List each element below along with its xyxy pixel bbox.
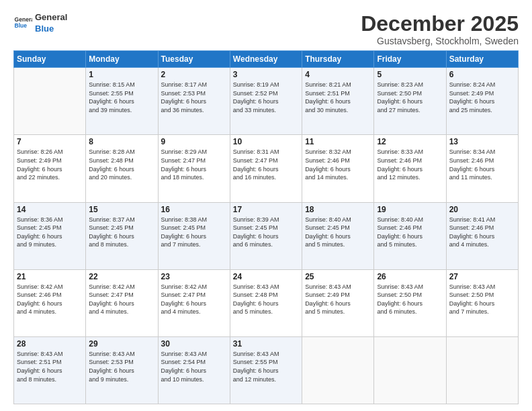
day-number: 18 — [305, 205, 371, 214]
day-number: 23 — [161, 272, 227, 281]
day-info: Sunrise: 8:24 AM Sunset: 2:49 PM Dayligh… — [449, 81, 515, 114]
day-info: Sunrise: 8:17 AM Sunset: 2:53 PM Dayligh… — [161, 81, 227, 114]
day-info: Sunrise: 8:43 AM Sunset: 2:51 PM Dayligh… — [17, 350, 83, 383]
day-number: 24 — [233, 272, 299, 281]
logo-general: General — [35, 12, 67, 24]
calendar-cell: 9Sunrise: 8:29 AM Sunset: 2:47 PM Daylig… — [158, 135, 230, 202]
calendar-cell: 22Sunrise: 8:42 AM Sunset: 2:47 PM Dayli… — [86, 269, 158, 336]
day-info: Sunrise: 8:43 AM Sunset: 2:48 PM Dayligh… — [233, 283, 299, 316]
day-info: Sunrise: 8:43 AM Sunset: 2:55 PM Dayligh… — [233, 350, 299, 383]
calendar-cell: 7Sunrise: 8:26 AM Sunset: 2:49 PM Daylig… — [14, 135, 86, 202]
day-info: Sunrise: 8:43 AM Sunset: 2:53 PM Dayligh… — [89, 350, 154, 383]
day-info: Sunrise: 8:42 AM Sunset: 2:46 PM Dayligh… — [17, 283, 83, 316]
title-block: December 2025 Gustavsberg, Stockholm, Sw… — [361, 12, 519, 46]
day-info: Sunrise: 8:28 AM Sunset: 2:48 PM Dayligh… — [89, 148, 154, 181]
calendar-cell: 23Sunrise: 8:42 AM Sunset: 2:47 PM Dayli… — [158, 269, 230, 336]
calendar-table: SundayMondayTuesdayWednesdayThursdayFrid… — [13, 50, 519, 404]
day-header-friday: Friday — [374, 51, 446, 68]
day-info: Sunrise: 8:32 AM Sunset: 2:46 PM Dayligh… — [305, 148, 371, 181]
calendar-cell: 14Sunrise: 8:36 AM Sunset: 2:45 PM Dayli… — [14, 202, 86, 269]
day-number: 6 — [449, 70, 515, 79]
calendar-header-row: SundayMondayTuesdayWednesdayThursdayFrid… — [14, 51, 519, 68]
calendar-cell: 4Sunrise: 8:21 AM Sunset: 2:51 PM Daylig… — [302, 68, 374, 135]
calendar-cell: 20Sunrise: 8:41 AM Sunset: 2:46 PM Dayli… — [446, 202, 518, 269]
calendar-week-row: 21Sunrise: 8:42 AM Sunset: 2:46 PM Dayli… — [14, 269, 519, 336]
day-header-tuesday: Tuesday — [158, 51, 230, 68]
day-header-monday: Monday — [86, 51, 158, 68]
calendar-cell: 16Sunrise: 8:38 AM Sunset: 2:45 PM Dayli… — [158, 202, 230, 269]
day-number: 11 — [305, 137, 371, 146]
logo: General Blue General Blue — [13, 12, 67, 35]
calendar-cell: 30Sunrise: 8:43 AM Sunset: 2:54 PM Dayli… — [158, 336, 230, 404]
day-info: Sunrise: 8:26 AM Sunset: 2:49 PM Dayligh… — [17, 148, 83, 181]
day-number: 8 — [89, 137, 154, 146]
day-number: 27 — [449, 272, 515, 281]
day-info: Sunrise: 8:42 AM Sunset: 2:47 PM Dayligh… — [89, 283, 154, 316]
day-header-saturday: Saturday — [446, 51, 518, 68]
day-header-wednesday: Wednesday — [230, 51, 302, 68]
day-number: 21 — [17, 272, 83, 281]
calendar-week-row: 14Sunrise: 8:36 AM Sunset: 2:45 PM Dayli… — [14, 202, 519, 269]
calendar-cell: 1Sunrise: 8:15 AM Sunset: 2:55 PM Daylig… — [86, 68, 158, 135]
svg-text:Blue: Blue — [15, 22, 28, 29]
calendar-cell: 28Sunrise: 8:43 AM Sunset: 2:51 PM Dayli… — [14, 336, 86, 404]
calendar-cell: 25Sunrise: 8:43 AM Sunset: 2:49 PM Dayli… — [302, 269, 374, 336]
calendar-week-row: 1Sunrise: 8:15 AM Sunset: 2:55 PM Daylig… — [14, 68, 519, 135]
calendar-cell: 26Sunrise: 8:43 AM Sunset: 2:50 PM Dayli… — [374, 269, 446, 336]
day-number: 16 — [161, 205, 227, 214]
calendar-week-row: 7Sunrise: 8:26 AM Sunset: 2:49 PM Daylig… — [14, 135, 519, 202]
day-header-thursday: Thursday — [302, 51, 374, 68]
day-info: Sunrise: 8:40 AM Sunset: 2:46 PM Dayligh… — [377, 216, 443, 249]
day-info: Sunrise: 8:39 AM Sunset: 2:45 PM Dayligh… — [233, 216, 299, 249]
day-number: 5 — [377, 70, 443, 79]
day-number: 14 — [17, 205, 83, 214]
header: General Blue General Blue December 2025 … — [13, 12, 519, 46]
day-number: 17 — [233, 205, 299, 214]
day-info: Sunrise: 8:34 AM Sunset: 2:46 PM Dayligh… — [449, 148, 515, 181]
day-info: Sunrise: 8:37 AM Sunset: 2:45 PM Dayligh… — [89, 216, 154, 249]
day-info: Sunrise: 8:23 AM Sunset: 2:50 PM Dayligh… — [377, 81, 443, 114]
calendar-cell: 11Sunrise: 8:32 AM Sunset: 2:46 PM Dayli… — [302, 135, 374, 202]
calendar-title: December 2025 — [361, 12, 519, 36]
day-info: Sunrise: 8:41 AM Sunset: 2:46 PM Dayligh… — [449, 216, 515, 249]
day-info: Sunrise: 8:43 AM Sunset: 2:54 PM Dayligh… — [161, 350, 227, 383]
calendar-cell: 13Sunrise: 8:34 AM Sunset: 2:46 PM Dayli… — [446, 135, 518, 202]
logo-blue: Blue — [35, 24, 67, 35]
calendar-cell: 6Sunrise: 8:24 AM Sunset: 2:49 PM Daylig… — [446, 68, 518, 135]
day-info: Sunrise: 8:43 AM Sunset: 2:50 PM Dayligh… — [377, 283, 443, 316]
calendar-cell — [302, 336, 374, 404]
calendar-cell — [14, 68, 86, 135]
day-number: 29 — [89, 339, 154, 349]
calendar-cell — [446, 336, 518, 404]
day-info: Sunrise: 8:42 AM Sunset: 2:47 PM Dayligh… — [161, 283, 227, 316]
day-number: 10 — [233, 137, 299, 146]
day-number: 20 — [449, 205, 515, 214]
day-number: 2 — [161, 70, 227, 79]
day-info: Sunrise: 8:43 AM Sunset: 2:50 PM Dayligh… — [449, 283, 515, 316]
calendar-cell: 24Sunrise: 8:43 AM Sunset: 2:48 PM Dayli… — [230, 269, 302, 336]
calendar-cell: 12Sunrise: 8:33 AM Sunset: 2:46 PM Dayli… — [374, 135, 446, 202]
day-number: 25 — [305, 272, 371, 281]
svg-text:General: General — [15, 16, 32, 23]
logo-icon: General Blue — [13, 14, 32, 33]
day-number: 19 — [377, 205, 443, 214]
day-number: 7 — [17, 137, 83, 146]
day-info: Sunrise: 8:15 AM Sunset: 2:55 PM Dayligh… — [89, 81, 154, 114]
calendar-cell: 18Sunrise: 8:40 AM Sunset: 2:45 PM Dayli… — [302, 202, 374, 269]
day-number: 31 — [233, 339, 299, 349]
day-number: 15 — [89, 205, 154, 214]
calendar-cell: 27Sunrise: 8:43 AM Sunset: 2:50 PM Dayli… — [446, 269, 518, 336]
day-info: Sunrise: 8:36 AM Sunset: 2:45 PM Dayligh… — [17, 216, 83, 249]
day-header-sunday: Sunday — [14, 51, 86, 68]
day-info: Sunrise: 8:19 AM Sunset: 2:52 PM Dayligh… — [233, 81, 299, 114]
calendar-cell: 31Sunrise: 8:43 AM Sunset: 2:55 PM Dayli… — [230, 336, 302, 404]
day-info: Sunrise: 8:43 AM Sunset: 2:49 PM Dayligh… — [305, 283, 371, 316]
calendar-cell: 2Sunrise: 8:17 AM Sunset: 2:53 PM Daylig… — [158, 68, 230, 135]
calendar-cell: 5Sunrise: 8:23 AM Sunset: 2:50 PM Daylig… — [374, 68, 446, 135]
day-info: Sunrise: 8:40 AM Sunset: 2:45 PM Dayligh… — [305, 216, 371, 249]
page: General Blue General Blue December 2025 … — [0, 0, 532, 411]
day-info: Sunrise: 8:29 AM Sunset: 2:47 PM Dayligh… — [161, 148, 227, 181]
day-number: 12 — [377, 137, 443, 146]
day-number: 28 — [17, 339, 83, 349]
day-info: Sunrise: 8:33 AM Sunset: 2:46 PM Dayligh… — [377, 148, 443, 181]
